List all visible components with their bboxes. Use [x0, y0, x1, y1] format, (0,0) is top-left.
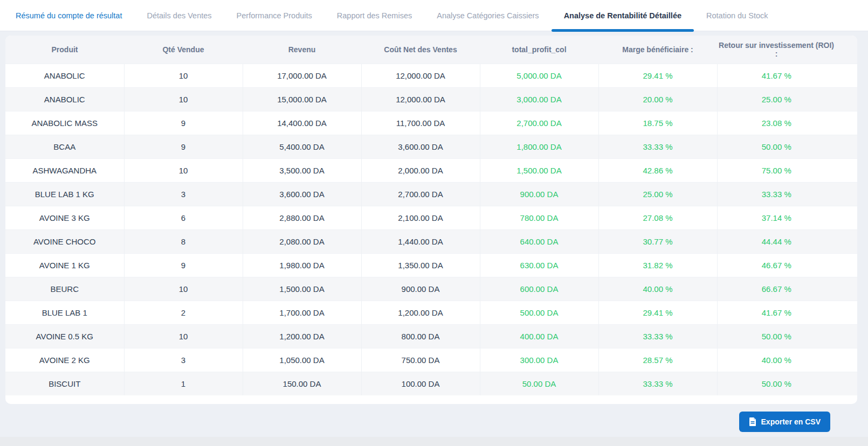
table-header-row: ProduitQté VendueRevenuCoût Net des Vent… [5, 36, 857, 64]
cell-2: 1,200.00 DA [243, 324, 361, 348]
tab-details-des-ventes[interactable]: Détails des Ventes [134, 0, 224, 31]
cell-1: 9 [124, 111, 243, 135]
cell-filler [836, 324, 857, 348]
cell-1: 10 [124, 158, 243, 182]
cell-1: 10 [124, 324, 243, 348]
cell-1: 3 [124, 182, 243, 206]
cell-2: 1,980.00 DA [243, 253, 361, 277]
cell-4: 50.00 DA [480, 372, 598, 395]
table-row: AVOINE 3 KG62,880.00 DA2,100.00 DA780.00… [5, 206, 857, 229]
table-row: BCAA95,400.00 DA3,600.00 DA1,800.00 DA33… [5, 135, 857, 158]
cell-1: 6 [124, 206, 243, 229]
cell-1: 9 [124, 253, 243, 277]
cell-0: BLUE LAB 1 KG [5, 182, 124, 206]
cell-1: 2 [124, 301, 243, 324]
cell-5: 33.33 % [598, 372, 717, 395]
table-row: AVOINE 1 KG91,980.00 DA1,350.00 DA630.00… [5, 253, 857, 277]
cell-0: ANABOLIC [5, 64, 124, 87]
cell-0: AVOINE CHOCO [5, 229, 124, 253]
cell-4: 640.00 DA [480, 229, 598, 253]
table-row: ANABOLIC MASS914,400.00 DA11,700.00 DA2,… [5, 111, 857, 135]
cell-3: 12,000.00 DA [361, 87, 480, 111]
cell-1: 10 [124, 64, 243, 87]
cell-0: ANABOLIC [5, 87, 124, 111]
cell-2: 2,880.00 DA [243, 206, 361, 229]
cell-2: 2,080.00 DA [243, 229, 361, 253]
table-row: BLUE LAB 121,700.00 DA1,200.00 DA500.00 … [5, 301, 857, 324]
cell-6: 50.00 % [717, 372, 836, 395]
cell-1: 10 [124, 277, 243, 301]
cell-5: 27.08 % [598, 206, 717, 229]
cell-0: BLUE LAB 1 [5, 301, 124, 324]
cell-2: 15,000.00 DA [243, 87, 361, 111]
bottom-strip [0, 437, 868, 446]
tab-resume-compte-resultat[interactable]: Résumé du compte de résultat [3, 0, 134, 31]
cell-5: 29.41 % [598, 301, 717, 324]
cell-filler [836, 372, 857, 395]
table-row: AVOINE 2 KG31,050.00 DA750.00 DA300.00 D… [5, 348, 857, 372]
tab-rotation-du-stock[interactable]: Rotation du Stock [694, 0, 780, 31]
cell-3: 3,600.00 DA [361, 135, 480, 158]
table-row: AVOINE 0.5 KG101,200.00 DA800.00 DA400.0… [5, 324, 857, 348]
cell-filler [836, 135, 857, 158]
cell-5: 31.82 % [598, 253, 717, 277]
export-csv-label: Exporter en CSV [761, 417, 821, 426]
cell-5: 42.86 % [598, 158, 717, 182]
cell-0: AVOINE 3 KG [5, 206, 124, 229]
cell-6: 33.33 % [717, 182, 836, 206]
cell-4: 1,500.00 DA [480, 158, 598, 182]
cell-filler [836, 64, 857, 87]
cell-2: 1,050.00 DA [243, 348, 361, 372]
cell-1: 8 [124, 229, 243, 253]
cell-2: 14,400.00 DA [243, 111, 361, 135]
cell-2: 3,500.00 DA [243, 158, 361, 182]
cell-3: 12,000.00 DA [361, 64, 480, 87]
cell-6: 46.67 % [717, 253, 836, 277]
cell-6: 41.67 % [717, 301, 836, 324]
cell-0: ANABOLIC MASS [5, 111, 124, 135]
cell-1: 3 [124, 348, 243, 372]
cell-4: 500.00 DA [480, 301, 598, 324]
cell-4: 5,000.00 DA [480, 64, 598, 87]
cell-4: 780.00 DA [480, 206, 598, 229]
cell-filler [836, 87, 857, 111]
footer-bar: Exporter en CSV [0, 404, 868, 432]
cell-4: 300.00 DA [480, 348, 598, 372]
cell-0: BCAA [5, 135, 124, 158]
cell-3: 11,700.00 DA [361, 111, 480, 135]
cell-filler [836, 301, 857, 324]
cell-filler [836, 206, 857, 229]
tab-analyse-categories-caissiers[interactable]: Analyse Catégories Caissiers [424, 0, 551, 31]
export-csv-button[interactable]: Exporter en CSV [739, 412, 830, 432]
tab-bar: Résumé du compte de résultatDétails des … [0, 0, 868, 31]
cell-6: 41.67 % [717, 64, 836, 87]
cell-0: BISCUIT [5, 372, 124, 395]
cell-0: ASHWAGANDHA [5, 158, 124, 182]
cell-3: 100.00 DA [361, 372, 480, 395]
cell-4: 3,000.00 DA [480, 87, 598, 111]
column-header-1: Qté Vendue [124, 36, 243, 64]
cell-4: 400.00 DA [480, 324, 598, 348]
column-header-5: Marge bénéficiaire : [598, 36, 717, 64]
tab-performance-produits[interactable]: Performance Produits [224, 0, 325, 31]
cell-2: 1,700.00 DA [243, 301, 361, 324]
cell-filler [836, 277, 857, 301]
cell-2: 17,000.00 DA [243, 64, 361, 87]
cell-2: 1,500.00 DA [243, 277, 361, 301]
cell-3: 2,100.00 DA [361, 206, 480, 229]
column-header-filler [836, 36, 857, 64]
tab-rapport-des-remises[interactable]: Rapport des Remises [325, 0, 424, 31]
table-row: BISCUIT1150.00 DA100.00 DA50.00 DA33.33 … [5, 372, 857, 395]
cell-2: 150.00 DA [243, 372, 361, 395]
table-row: ANABOLIC1015,000.00 DA12,000.00 DA3,000.… [5, 87, 857, 111]
cell-6: 37.14 % [717, 206, 836, 229]
cell-1: 1 [124, 372, 243, 395]
cell-6: 75.00 % [717, 158, 836, 182]
cell-2: 3,600.00 DA [243, 182, 361, 206]
cell-5: 30.77 % [598, 229, 717, 253]
tab-analyse-rentabilite-detaillee[interactable]: Analyse de Rentabilité Détaillée [552, 0, 694, 31]
column-header-0: Produit [5, 36, 124, 64]
cell-5: 25.00 % [598, 182, 717, 206]
cell-0: AVOINE 1 KG [5, 253, 124, 277]
table-row: BLUE LAB 1 KG33,600.00 DA2,700.00 DA900.… [5, 182, 857, 206]
